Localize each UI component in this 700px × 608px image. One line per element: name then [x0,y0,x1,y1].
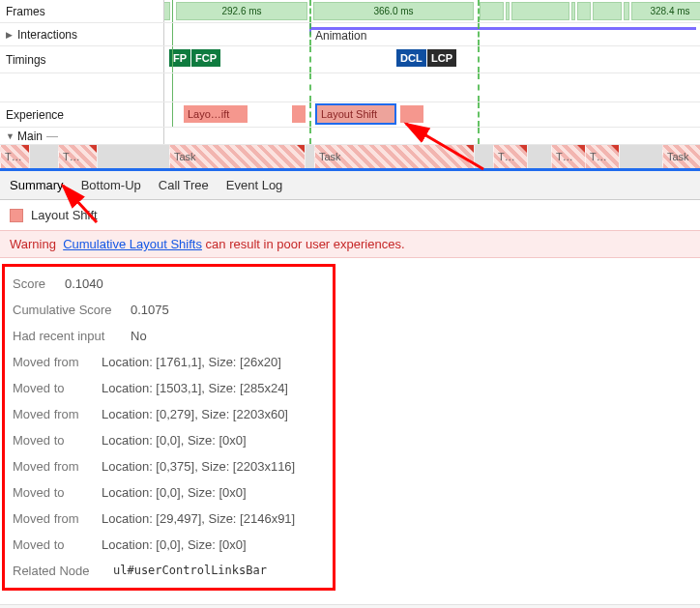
detail-row: Moved toLocation: [1503,1], Size: [285x2… [5,375,333,401]
task-segment[interactable]: Task [662,145,700,168]
timing-lcp[interactable]: LCP [427,49,456,67]
guide [309,102,311,127]
main-header-row: ▼ Main — [0,128,700,145]
frame-chunk[interactable]: 328.4 ms [631,2,700,20]
frame-chunk[interactable] [577,2,591,20]
main-label[interactable]: ▼ Main — [0,128,164,144]
frame-chunk[interactable]: 366.0 ms [313,2,474,20]
guide [172,0,173,22]
tab-event-log[interactable]: Event Log [226,172,283,198]
task-segment[interactable] [474,145,493,168]
animation-label: Animation [315,29,366,43]
detail-row: Moved fromLocation: [0,375], Size: [2203… [5,453,333,479]
experience-block-selected[interactable]: Layout Shift [317,105,394,123]
main-track-row: T… T… Task Task T… T… T… Task [0,145,700,168]
experience-block[interactable]: Layo…ift [184,105,248,123]
frame-chunk[interactable] [480,2,504,20]
tab-bottom-up[interactable]: Bottom-Up [81,172,141,198]
summary-header: Layout Shift [0,200,700,230]
details-tabs: Summary Bottom-Up Call Tree Event Log [0,171,700,200]
warning-link[interactable]: Cumulative Layout Shifts [63,237,202,251]
task-segment[interactable] [97,145,169,168]
detail-row: Score0.1040 [5,271,333,297]
animation-span[interactable] [309,27,696,30]
task-segment[interactable]: T… [551,145,585,168]
detail-row: Moved fromLocation: [1761,1], Size: [26x… [5,349,333,375]
guide [309,0,311,22]
main-track[interactable]: T… T… Task Task T… T… T… Task [0,145,700,168]
guide [478,128,480,144]
detail-row: Moved toLocation: [0,0], Size: [0x0] [5,532,333,558]
guide [478,102,480,127]
guide [172,23,173,45]
task-segment[interactable] [527,145,551,168]
guide [478,73,480,101]
disclosure-triangle-icon[interactable]: ▼ [6,131,14,141]
summary-title: Layout Shift [31,208,98,222]
tab-summary[interactable]: Summary [10,172,64,198]
timing-fcp[interactable]: FCP [191,49,220,67]
frame-chunk[interactable] [624,2,629,20]
task-segment[interactable]: T… [0,145,29,168]
long-task-icon [297,145,305,153]
interactions-row: ▶ Interactions Animation [0,23,700,46]
task-segment[interactable]: T… [585,145,619,168]
task-segment[interactable]: T… [493,145,527,168]
detail-row: Cumulative Score0.1075 [5,297,333,323]
frames-label: Frames [0,0,164,22]
spacer-row [0,73,700,102]
interactions-track[interactable]: Animation [164,23,700,45]
long-task-icon [466,145,474,153]
experience-block[interactable] [292,105,306,123]
detail-row: Related Nodeul#userControlLinksBar [5,558,333,584]
related-node[interactable]: ul#userControlLinksBar [113,564,267,578]
warning-bar: Warning Cumulative Layout Shifts can res… [0,230,700,258]
long-task-icon [611,145,619,153]
detail-row: Moved toLocation: [0,0], Size: [0x0] [5,427,333,453]
frame-chunk[interactable] [506,2,510,20]
long-task-icon [577,145,585,153]
task-segment[interactable] [29,145,58,168]
experience-track[interactable]: Layo…ift Layout Shift [164,102,700,127]
guide [309,46,311,72]
task-segment[interactable]: Task [314,145,474,168]
timings-label: Timings [0,46,164,72]
guide [172,73,173,101]
long-task-icon [21,145,29,153]
interactions-label[interactable]: ▶ Interactions [0,23,164,45]
guide [478,46,480,72]
experience-block[interactable] [400,105,423,123]
frame-chunk[interactable] [511,2,569,20]
experience-label: Experience [0,102,164,127]
long-task-icon [519,145,527,153]
guide [309,73,311,101]
frame-chunk[interactable]: 292.6 ms [176,2,307,20]
task-segment[interactable] [305,145,314,168]
detail-row: Had recent inputNo [5,323,333,349]
experience-row: Experience Layo…ift Layout Shift [0,102,700,128]
timing-fp[interactable]: FP [169,49,190,67]
timings-track[interactable]: FP FCP DCL LCP [164,46,700,72]
layout-shift-swatch-icon [10,209,23,222]
guide [309,128,311,144]
frame-chunk[interactable] [571,2,575,20]
task-segment[interactable] [619,145,662,168]
details-panel: Score0.1040 Cumulative Score0.1075 Had r… [2,264,335,591]
warning-rest: can result in poor user experiences. [202,237,405,251]
detail-row: Moved fromLocation: [0,279], Size: [2203… [5,401,333,427]
tab-call-tree[interactable]: Call Tree [159,172,209,198]
guide [172,102,173,127]
disclosure-triangle-icon[interactable]: ▶ [6,30,14,40]
warning-prefix: Warning [10,237,56,251]
frame-chunk[interactable] [593,2,622,20]
detail-row: Moved toLocation: [0,0], Size: [0x0] [5,479,333,506]
footer: Total blocking time: 7125.27ms (estimate… [0,604,700,608]
task-segment[interactable]: Task [169,145,305,168]
timings-row: Timings FP FCP DCL LCP [0,46,700,73]
long-task-icon [89,145,97,153]
task-segment[interactable]: T… [58,145,97,168]
frames-track[interactable]: 467.0 ms 292.6 ms 366.0 ms 328.4 ms [164,0,700,22]
timing-dcl[interactable]: DCL [396,49,426,67]
detail-row: Moved fromLocation: [29,497], Size: [214… [5,506,333,532]
frames-row: Frames 467.0 ms 292.6 ms 366.0 ms 328.4 … [0,0,700,23]
